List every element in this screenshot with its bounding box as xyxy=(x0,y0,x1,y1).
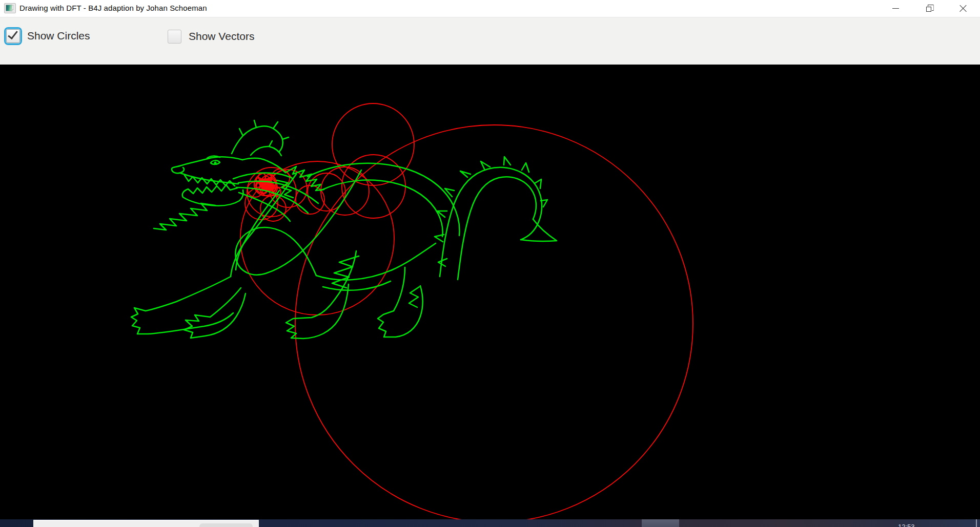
app-icon-strip xyxy=(12,5,14,10)
drawing-canvas xyxy=(0,65,980,519)
dragon-line xyxy=(180,173,238,184)
dragon-eye-pupil xyxy=(214,162,217,164)
dragon-line xyxy=(172,157,242,173)
toolbar: Show Circles Show Vectors xyxy=(0,17,980,65)
dragon-line xyxy=(251,141,281,156)
restore-button[interactable] xyxy=(912,0,946,17)
show-vectors-checkbox[interactable]: Show Vectors xyxy=(167,26,254,47)
show-vectors-label: Show Vectors xyxy=(189,30,254,43)
close-icon xyxy=(959,5,967,13)
dragon-line xyxy=(378,267,423,337)
dragon-line xyxy=(316,243,436,280)
dragon-line xyxy=(232,120,289,154)
taskbar-app-button[interactable] xyxy=(642,519,679,527)
show-circles-label: Show Circles xyxy=(27,30,90,42)
taskbar-clock: 12:53 xyxy=(898,523,934,527)
dragon-line xyxy=(182,185,237,197)
dragon-line xyxy=(236,191,279,270)
window-title: Drawing with DFT - B4J adaption by Johan… xyxy=(19,4,207,12)
show-vectors-box[interactable] xyxy=(167,29,182,44)
show-desktop-button[interactable] xyxy=(976,519,977,527)
epicycle-pen-blob xyxy=(267,184,274,191)
app-window: Drawing with DFT - B4J adaption by Johan… xyxy=(0,0,980,527)
dft-canvas-svg xyxy=(0,65,980,519)
windows-taskbar[interactable]: 12:53 xyxy=(0,519,980,527)
checkbox-face xyxy=(168,30,181,44)
window-controls xyxy=(879,0,980,17)
dragon-line xyxy=(458,177,536,280)
show-circles-box[interactable] xyxy=(6,29,21,44)
dragon-line xyxy=(154,203,215,230)
epicycle-pen-blob xyxy=(258,178,267,186)
dragon-line xyxy=(242,158,285,173)
epicycle-circle xyxy=(295,125,693,519)
dragon-line xyxy=(131,277,233,334)
title-bar: Drawing with DFT - B4J adaption by Johan… xyxy=(0,0,980,17)
window-fragment-pill xyxy=(199,523,253,527)
dragon-line xyxy=(184,288,246,338)
dragon-line xyxy=(409,287,419,307)
app-icon xyxy=(4,3,16,13)
close-button[interactable] xyxy=(946,0,980,17)
minimize-button[interactable] xyxy=(879,0,912,17)
restore-icon xyxy=(926,7,931,12)
background-window-fragment[interactable] xyxy=(33,520,259,527)
app-icon-gradient xyxy=(6,5,12,11)
minimize-icon xyxy=(892,8,899,9)
show-circles-checkbox[interactable]: Show Circles xyxy=(6,26,90,46)
dragon-line xyxy=(185,175,235,186)
